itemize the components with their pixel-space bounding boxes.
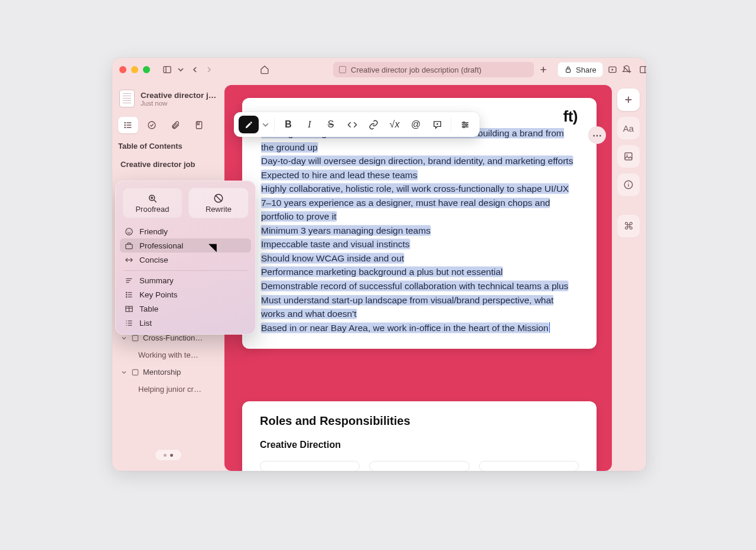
share-button[interactable]: Share: [558, 62, 603, 77]
selected-line: Minimum 3 years managing design teams: [261, 225, 431, 235]
toc-view-button[interactable]: [118, 117, 138, 133]
document-page-2[interactable]: Roles and Responsibilities Creative Dire…: [242, 401, 597, 471]
italic-button[interactable]: I: [299, 116, 320, 133]
card[interactable]: [369, 461, 469, 471]
format-options-button[interactable]: [455, 116, 475, 133]
comment-button[interactable]: [427, 116, 447, 133]
bold-button[interactable]: B: [278, 116, 298, 133]
format-toolbar: B I S √x @: [234, 112, 480, 137]
block-menu-button[interactable]: ⋯: [588, 126, 606, 144]
rewrite-option-professional[interactable]: Professional: [120, 238, 251, 253]
svg-point-13: [125, 122, 125, 123]
info-button[interactable]: [617, 173, 640, 196]
titlebar: Creative director job description (draft…: [112, 58, 646, 81]
rewrite-option-table[interactable]: Table: [120, 302, 251, 316]
svg-point-16: [148, 122, 155, 129]
toc-item-mentor[interactable]: Mentorship: [118, 364, 219, 380]
rewrite-option-summary[interactable]: Summary: [120, 273, 251, 287]
mention-button[interactable]: @: [406, 116, 426, 133]
selected-line: Based in or near Bay Area, we work in-of…: [261, 323, 549, 333]
nav-forward-button[interactable]: [204, 62, 214, 77]
strikethrough-button[interactable]: S: [321, 116, 341, 133]
svg-point-42: [128, 230, 128, 231]
doc-thumbnail-icon: [119, 90, 135, 107]
section-heading: Roles and Responsibilities: [260, 414, 579, 428]
svg-point-41: [126, 228, 132, 234]
selected-line: Should know WCAG inside and out: [261, 253, 404, 263]
svg-rect-18: [132, 335, 138, 341]
svg-point-26: [628, 182, 629, 184]
selected-line: Highly collaborative, holistic role, wil…: [261, 184, 569, 194]
new-tab-button[interactable]: [539, 62, 548, 77]
proofread-button[interactable]: Proofread: [122, 188, 183, 218]
title-pill[interactable]: Creative director job description (draft…: [333, 62, 534, 77]
svg-point-54: [126, 296, 127, 297]
notifications-button[interactable]: [622, 62, 631, 77]
svg-point-23: [627, 155, 628, 156]
pager-dot: [164, 454, 167, 457]
selected-line: Expected to hire and lead these teams: [261, 170, 418, 180]
equation-button[interactable]: √x: [384, 116, 405, 133]
right-rail: Aa ⌘: [615, 89, 641, 237]
window-minimize-button[interactable]: [131, 66, 138, 73]
text-style-button[interactable]: Aa: [617, 117, 640, 139]
toc-item[interactable]: Working with te…: [118, 347, 219, 363]
media-button[interactable]: [617, 145, 640, 168]
add-block-button[interactable]: [617, 89, 640, 111]
subsection-heading: Creative Direction: [260, 440, 579, 450]
toc-item-root[interactable]: Creative director job: [118, 156, 219, 172]
tasks-view-button[interactable]: [142, 117, 162, 133]
svg-rect-22: [625, 153, 632, 160]
sidebar-toggle-button[interactable]: [159, 62, 175, 77]
sidebar-view-segment: [118, 117, 219, 133]
inspector-toggle-button[interactable]: [636, 62, 646, 77]
selected-paragraph[interactable]: Looking for a right-brained collaborator…: [261, 126, 579, 335]
rewrite-option-friendly[interactable]: Friendly: [120, 224, 251, 238]
page-title-fragment: ft): [563, 107, 578, 126]
rewrite-option-concise[interactable]: Concise: [120, 253, 251, 267]
svg-point-14: [125, 125, 125, 125]
rewrite-button[interactable]: Rewrite: [188, 188, 249, 218]
svg-point-53: [126, 294, 127, 294]
svg-line-36: [154, 200, 157, 202]
card[interactable]: [260, 461, 360, 471]
attachments-view-button[interactable]: [165, 117, 185, 133]
code-button[interactable]: [342, 116, 362, 133]
toc-item[interactable]: Helping junior cr…: [118, 381, 219, 397]
presentation-button[interactable]: [608, 62, 617, 77]
highlighter-button[interactable]: [239, 116, 259, 133]
link-button[interactable]: [363, 116, 383, 133]
traffic-lights: [119, 66, 150, 73]
svg-point-15: [125, 127, 125, 127]
toc-list: Creative director job: [118, 156, 219, 172]
bookmarks-view-button[interactable]: [189, 117, 209, 133]
rewrite-option-list[interactable]: List: [120, 316, 251, 330]
svg-point-43: [130, 230, 131, 231]
svg-rect-0: [164, 67, 171, 73]
svg-point-52: [126, 292, 127, 293]
doc-header[interactable]: Creative director j… Just now: [118, 89, 219, 111]
main-stage: ft) ⋮⋮ ⋯ Looking for a right-brained col…: [224, 81, 646, 471]
svg-rect-19: [132, 369, 138, 375]
highlighter-menu-chevron-icon[interactable]: [260, 116, 271, 133]
card[interactable]: [479, 461, 579, 471]
svg-point-32: [465, 124, 467, 126]
window-close-button[interactable]: [119, 66, 126, 73]
svg-marker-6: [611, 68, 613, 71]
selected-line: 7–10 years experience as a designer, mus…: [261, 198, 550, 222]
keyboard-shortcuts-button[interactable]: ⌘: [617, 215, 640, 237]
nav-back-button[interactable]: [190, 62, 200, 77]
cursor-icon: ◥: [208, 241, 217, 254]
window-zoom-button[interactable]: [143, 66, 150, 73]
svg-point-30: [462, 122, 464, 123]
svg-point-34: [462, 126, 464, 127]
home-button[interactable]: [260, 62, 269, 77]
toc-label: Table of Contents: [118, 139, 219, 150]
card-row: [260, 461, 579, 471]
share-label: Share: [576, 66, 597, 74]
rewrite-option-keypoints[interactable]: Key Points: [120, 287, 251, 302]
rewrite-popover: Proofread Rewrite Friendly Professional …: [115, 181, 256, 335]
sidebar-pager[interactable]: [155, 450, 181, 460]
sidebar-menu-chevron-icon[interactable]: [176, 62, 185, 77]
selected-line: Day-to-day will oversee design direction…: [261, 156, 573, 166]
